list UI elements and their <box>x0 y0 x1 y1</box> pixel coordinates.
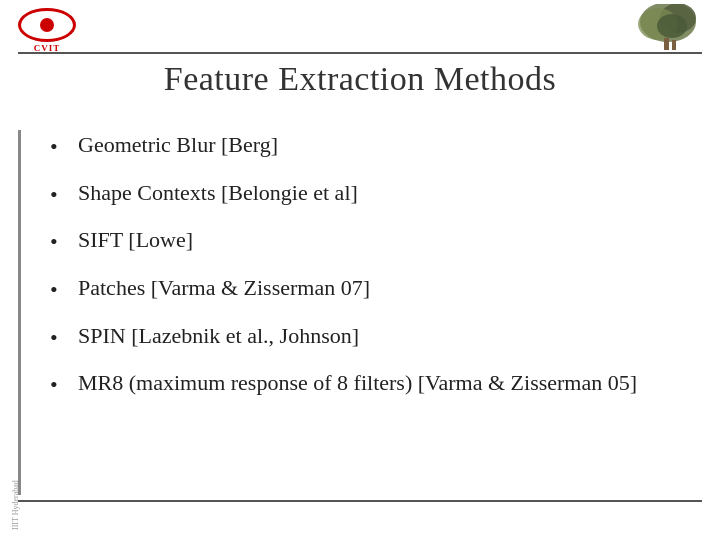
list-item: •Geometric Blur [Berg] <box>50 130 690 162</box>
bullet-dot: • <box>50 323 78 353</box>
bullet-dot: • <box>50 180 78 210</box>
bullet-text: MR8 (maximum response of 8 filters) [Var… <box>78 368 690 398</box>
list-item: •Shape Contexts [Belongie et al] <box>50 178 690 210</box>
list-item: •MR8 (maximum response of 8 filters) [Va… <box>50 368 690 400</box>
bullet-text: Shape Contexts [Belongie et al] <box>78 178 690 208</box>
logo-eye <box>18 8 76 42</box>
svg-rect-4 <box>664 38 669 50</box>
bullet-list: •Geometric Blur [Berg]•Shape Contexts [B… <box>50 130 690 416</box>
watermark: IIIT Hyderabad <box>11 480 20 530</box>
left-accent-line <box>18 130 21 495</box>
bullet-text: SIFT [Lowe] <box>78 225 690 255</box>
list-item: •Patches [Varma & Zisserman 07] <box>50 273 690 305</box>
svg-rect-5 <box>672 40 676 50</box>
page-title: Feature Extraction Methods <box>0 60 720 98</box>
bullet-text: Patches [Varma & Zisserman 07] <box>78 273 690 303</box>
bullet-dot: • <box>50 370 78 400</box>
list-item: •SIFT [Lowe] <box>50 225 690 257</box>
tree-decoration <box>630 4 700 52</box>
top-divider <box>18 52 702 54</box>
bullet-text: SPIN [Lazebnik et al., Johnson] <box>78 321 690 351</box>
svg-point-3 <box>657 14 687 38</box>
bullet-dot: • <box>50 132 78 162</box>
bottom-divider <box>18 500 702 502</box>
bullet-text: Geometric Blur [Berg] <box>78 130 690 160</box>
cvit-logo: CVIT <box>18 8 76 48</box>
bullet-dot: • <box>50 275 78 305</box>
list-item: •SPIN [Lazebnik et al., Johnson] <box>50 321 690 353</box>
logo-pupil <box>40 18 54 32</box>
bullet-dot: • <box>50 227 78 257</box>
